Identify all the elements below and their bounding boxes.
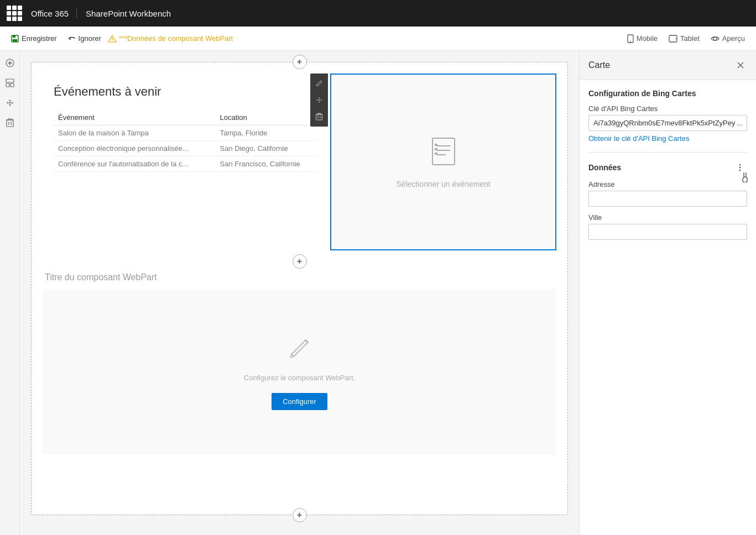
tablet-button[interactable]: Tablet <box>664 32 704 45</box>
warning-icon <box>108 35 117 43</box>
save-icon <box>11 35 19 43</box>
svg-rect-1 <box>13 35 15 38</box>
svg-rect-12 <box>6 79 14 82</box>
webpart-warning: ***Données de composant WebPart <box>108 34 233 43</box>
delete-webpart-icon <box>316 113 322 120</box>
svg-rect-14 <box>11 83 14 87</box>
details-webpart: Sélectionner un événement <box>330 74 556 250</box>
svg-rect-24 <box>432 138 455 165</box>
event-name: Conférence sur l'automatisation de la c.… <box>54 156 216 172</box>
get-api-key-link[interactable]: Obtenir le clé d'API Bing Cartes <box>588 134 689 143</box>
ignore-icon <box>68 35 76 43</box>
webpart-move-button[interactable] <box>311 92 327 108</box>
move-icon <box>6 98 14 107</box>
svg-rect-13 <box>6 83 9 87</box>
sidebar-delete-button[interactable] <box>2 115 18 130</box>
right-panel: Carte Configuration de Bing Cartes Clé d… <box>579 51 756 535</box>
left-sidebar <box>0 51 20 535</box>
canvas: + Événements à venir Événement Location <box>20 51 579 535</box>
data-section-header: Données <box>588 161 747 174</box>
close-panel-button[interactable] <box>734 59 747 72</box>
right-panel-header: Carte <box>580 51 756 80</box>
svg-point-19 <box>319 99 320 101</box>
configure-button[interactable]: Configurer <box>272 393 327 410</box>
events-webpart: Événements à venir Événement Location Sa… <box>43 74 330 250</box>
pencil-icon <box>315 80 323 87</box>
events-table: Événement Location Salon de la maison à … <box>54 110 319 172</box>
svg-rect-20 <box>316 114 322 120</box>
event-location: San Diego, Californie <box>216 141 319 156</box>
table-row[interactable]: Salon de la maison à Tampa Tampa, Florid… <box>54 125 319 141</box>
add-section-button[interactable]: + <box>293 254 307 269</box>
table-row[interactable]: Conception électronique personnalisée...… <box>54 141 319 156</box>
waffle-icon[interactable] <box>7 6 22 21</box>
mobile-button[interactable]: Mobile <box>623 32 662 45</box>
more-dots-icon <box>735 162 745 172</box>
svg-rect-30 <box>435 153 437 155</box>
webpart-row: Événements à venir Événement Location Sa… <box>43 74 556 250</box>
svg-rect-29 <box>435 148 437 150</box>
event-location: San Francisco, Californie <box>216 156 319 172</box>
mobile-icon <box>627 34 634 43</box>
table-row[interactable]: Conférence sur l'automatisation de la c.… <box>54 156 319 172</box>
close-icon <box>737 62 744 69</box>
col-location: Location <box>216 110 319 125</box>
save-button[interactable]: Enregistrer <box>7 32 61 45</box>
svg-point-7 <box>675 38 676 39</box>
webpart-delete-button[interactable] <box>311 109 327 124</box>
second-webpart: Configurez le composant WebPart. Configu… <box>43 289 556 455</box>
preview-icon <box>711 35 719 42</box>
canvas-inner: + Événements à venir Événement Location <box>31 62 568 515</box>
address-label: Adresse <box>588 180 747 188</box>
cursor-hand-icon <box>741 172 749 182</box>
panel-divider <box>588 152 747 153</box>
document-list-icon <box>428 136 459 167</box>
city-input[interactable] <box>588 224 747 240</box>
svg-point-36 <box>739 170 741 171</box>
panel-section-title: Configuration de Bing Cartes <box>588 89 747 98</box>
webpart-edit-button[interactable] <box>311 76 327 91</box>
ignore-button[interactable]: Ignorer <box>64 32 106 45</box>
details-empty-icon <box>428 136 459 173</box>
top-bar: Office 365 SharePoint Workbench <box>0 0 756 27</box>
second-webpart-title: Titre du composant WebPart <box>43 272 556 282</box>
sharepoint-title: SharePoint Workbench <box>86 9 171 18</box>
svg-point-5 <box>630 41 631 42</box>
add-row-top-button[interactable]: + <box>293 55 307 69</box>
second-webpart-container: Titre du composant WebPart Configurez le… <box>43 272 556 455</box>
pencil-configure-icon <box>286 334 314 362</box>
svg-point-35 <box>739 167 741 169</box>
configure-icon <box>286 334 314 367</box>
event-name: Conception électronique personnalisée... <box>54 141 216 156</box>
more-options-button[interactable] <box>733 161 747 174</box>
edit-layout-icon <box>6 78 14 87</box>
details-empty-text: Sélectionner un événement <box>396 180 490 188</box>
event-name: Salon de la maison à Tampa <box>54 125 216 141</box>
sidebar-edit-button[interactable] <box>2 75 18 91</box>
event-location: Tampa, Floride <box>216 125 319 141</box>
events-title: Événements à venir <box>54 85 319 99</box>
webpart-vertical-toolbar <box>310 74 328 127</box>
svg-point-15 <box>9 102 11 104</box>
toolbar-right: Mobile Tablet Aperçu <box>623 32 749 45</box>
main-layout: + Événements à venir Événement Location <box>0 51 756 535</box>
sidebar-add-button[interactable] <box>2 55 18 71</box>
address-input[interactable] <box>588 191 747 207</box>
sidebar-move-button[interactable] <box>2 95 18 111</box>
add-icon <box>6 59 14 67</box>
api-key-input[interactable] <box>588 115 747 131</box>
office-title: Office 365 <box>31 9 77 18</box>
svg-point-3 <box>112 40 113 41</box>
svg-point-34 <box>739 164 741 166</box>
details-card: Sélectionner un événement <box>330 74 556 250</box>
svg-point-8 <box>713 37 717 40</box>
delete-icon <box>6 118 14 127</box>
add-section-divider: + <box>43 250 556 272</box>
data-label: Données <box>588 163 621 172</box>
preview-button[interactable]: Aperçu <box>706 32 749 45</box>
second-webpart-empty-text: Configurez le composant WebPart. <box>244 374 355 382</box>
add-row-bottom-button[interactable]: + <box>293 508 307 522</box>
city-label: Ville <box>588 213 747 222</box>
api-key-label: Clé d'API Bing Cartes <box>588 104 747 113</box>
tablet-icon <box>669 35 677 43</box>
